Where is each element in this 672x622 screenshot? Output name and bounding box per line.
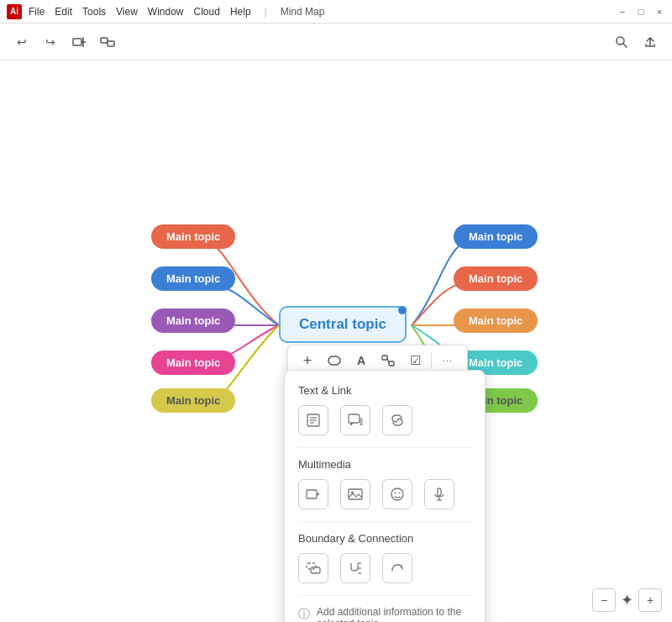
menu-view[interactable]: View [116, 6, 138, 18]
toolbar: ↩ ↪ [0, 24, 672, 61]
insert1-button[interactable] [67, 30, 91, 54]
ctx-shape-button[interactable] [322, 349, 347, 372]
svg-rect-10 [389, 361, 394, 366]
central-topic[interactable]: Central topic [279, 306, 407, 343]
svg-rect-4 [108, 41, 114, 46]
dropdown-panel: Text & Link [284, 370, 486, 622]
menu-file[interactable]: File [29, 6, 45, 18]
divider-1 [298, 447, 471, 448]
text-link-title: Text & Link [298, 384, 471, 397]
menu-window[interactable]: Window [148, 6, 184, 18]
topic-dot [398, 306, 407, 314]
svg-rect-22 [349, 489, 362, 499]
info-icon: ⓘ [298, 607, 310, 622]
svg-rect-31 [311, 567, 320, 573]
left-topic-3[interactable]: Main topic [151, 308, 235, 333]
svg-rect-27 [438, 488, 441, 496]
right-topic-3[interactable]: Main topic [454, 308, 538, 333]
menu-bar: File Edit Tools View Window Cloud Help |… [29, 6, 617, 18]
svg-marker-17 [350, 423, 354, 426]
zoom-controls: − ✦ + [592, 588, 662, 612]
canvas: Main topic Main topic Main topic Main to… [0, 61, 672, 622]
divider-3 [298, 595, 471, 596]
svg-point-24 [391, 488, 403, 500]
maximize-button[interactable]: □ [635, 6, 647, 18]
boundary-icon-btn[interactable] [298, 553, 328, 583]
left-topic-5[interactable]: Main topic [151, 388, 235, 413]
app-icon: Ai [7, 4, 22, 19]
note-icon-btn[interactable] [298, 405, 328, 435]
svg-rect-0 [73, 39, 81, 45]
window-controls: − □ × [617, 6, 665, 18]
ctx-connect-button[interactable] [375, 349, 401, 372]
summary-icon-btn[interactable] [340, 553, 370, 583]
text-link-icons [298, 405, 471, 435]
ctx-add-button[interactable]: + [295, 349, 320, 372]
undo-button[interactable]: ↩ [10, 30, 34, 54]
share-button[interactable] [638, 30, 662, 54]
right-topic-1[interactable]: Main topic [454, 224, 538, 249]
svg-rect-18 [360, 419, 362, 425]
search-button[interactable] [610, 30, 633, 54]
insert2-button[interactable] [96, 30, 119, 54]
info-row: ⓘ Add additional information to the sele… [298, 606, 471, 622]
svg-line-19 [396, 419, 399, 422]
left-topic-2[interactable]: Main topic [151, 266, 235, 291]
svg-rect-16 [349, 414, 360, 423]
menu-tools[interactable]: Tools [82, 6, 106, 18]
svg-rect-8 [328, 356, 340, 365]
redo-button[interactable]: ↪ [39, 30, 62, 54]
zoom-out-button[interactable]: − [592, 588, 616, 612]
menu-edit[interactable]: Edit [55, 6, 72, 18]
link-icon-btn[interactable] [382, 405, 412, 435]
zoom-in-button[interactable]: + [638, 588, 662, 612]
video-icon-btn[interactable] [298, 479, 328, 509]
menu-cloud[interactable]: Cloud [194, 6, 220, 18]
svg-rect-3 [101, 38, 108, 43]
svg-point-26 [399, 493, 401, 494]
comment-icon-btn[interactable] [340, 405, 370, 435]
right-topic-2[interactable]: Main topic [454, 266, 538, 291]
audio-icon-btn[interactable] [424, 479, 454, 509]
boundary-icons [298, 553, 471, 583]
left-topic-4[interactable]: Main topic [151, 351, 235, 375]
title-bar: Ai File Edit Tools View Window Cloud Hel… [0, 0, 672, 24]
menu-separator: | [265, 6, 267, 18]
mode-label: Mind Map [281, 6, 325, 18]
left-topic-1[interactable]: Main topic [151, 224, 235, 249]
minimize-button[interactable]: − [617, 6, 628, 18]
multimedia-title: Multimedia [298, 458, 471, 471]
emoji-icon-btn[interactable] [382, 479, 412, 509]
close-button[interactable]: × [654, 6, 665, 18]
ctx-text-button[interactable]: A [349, 349, 374, 372]
divider-2 [298, 521, 471, 522]
multimedia-icons [298, 479, 471, 509]
ctx-divider [431, 352, 432, 369]
arc-icon-btn[interactable] [382, 553, 412, 583]
svg-marker-21 [317, 493, 320, 496]
svg-line-6 [623, 44, 627, 47]
ctx-check-button[interactable]: ☑ [402, 349, 428, 372]
svg-marker-35 [400, 566, 402, 569]
zoom-icon: ✦ [621, 591, 633, 609]
svg-rect-9 [382, 356, 387, 360]
info-text: Add additional information to the select… [317, 606, 471, 622]
svg-line-11 [387, 358, 389, 364]
image-icon-btn[interactable] [340, 479, 370, 509]
ctx-more-button[interactable]: ··· [435, 349, 460, 372]
svg-rect-20 [307, 490, 317, 498]
boundary-title: Boundary & Connection [298, 532, 471, 545]
svg-point-25 [395, 493, 396, 494]
menu-help[interactable]: Help [230, 6, 251, 18]
